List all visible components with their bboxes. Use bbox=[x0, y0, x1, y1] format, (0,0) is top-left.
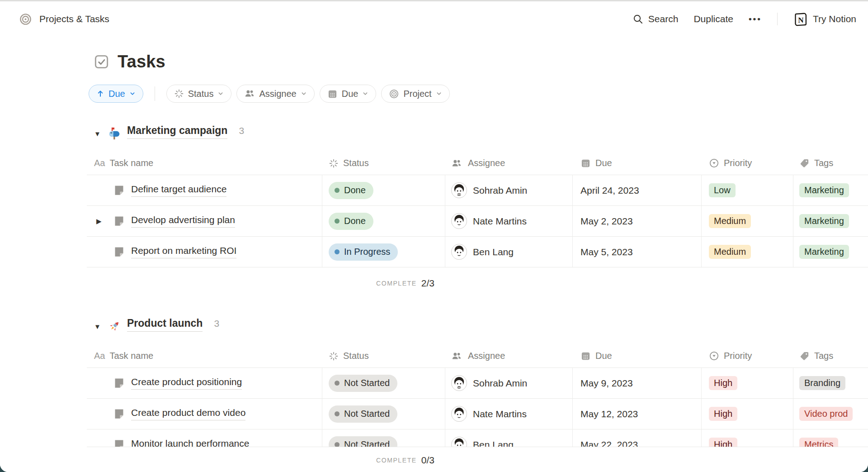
chevron-down-icon bbox=[301, 91, 307, 97]
text-property-icon: Aa bbox=[94, 351, 105, 361]
priority-tag[interactable]: Medium bbox=[709, 245, 751, 259]
column-header-assignee[interactable]: Assignee bbox=[445, 344, 573, 367]
assignee-name[interactable]: Sohrab Amin bbox=[473, 378, 527, 389]
table-row[interactable]: Create product positioning Not Started S… bbox=[87, 368, 868, 399]
duplicate-button[interactable]: Duplicate bbox=[693, 14, 733, 24]
collapse-toggle-icon[interactable]: ▼ bbox=[94, 130, 108, 138]
tag-pill[interactable]: Marketing bbox=[799, 214, 849, 228]
column-header-due[interactable]: Due bbox=[573, 152, 702, 175]
tag-pill[interactable]: Marketing bbox=[799, 183, 849, 197]
tag-pill[interactable]: Marketing bbox=[799, 245, 849, 259]
chevron-down-icon bbox=[362, 91, 368, 97]
assignee-name[interactable]: Nate Martins bbox=[473, 409, 527, 420]
table-row[interactable]: Define target audience Done Sohrab Amin … bbox=[87, 175, 868, 206]
search-icon bbox=[632, 14, 643, 24]
collapse-toggle-icon[interactable]: ▼ bbox=[94, 323, 108, 330]
filter-assignee-label: Assignee bbox=[259, 89, 296, 99]
page-icon bbox=[113, 377, 125, 389]
column-header-status[interactable]: Status bbox=[322, 344, 445, 367]
page-content: Tasks Due bbox=[0, 50, 868, 460]
due-date[interactable]: May 9, 2023 bbox=[580, 378, 633, 389]
sort-due-button[interactable]: Due bbox=[89, 85, 143, 103]
status-dot bbox=[335, 219, 340, 224]
table-row[interactable]: ▶ Develop advertising plan Done bbox=[87, 206, 868, 237]
notion-logo-icon: N bbox=[793, 12, 808, 27]
complete-aggregate[interactable]: COMPLETE 2/3 bbox=[322, 267, 445, 299]
table-row[interactable]: Create product demo video Not Started Na… bbox=[87, 399, 868, 429]
tag-pill[interactable]: Branding bbox=[799, 376, 845, 390]
page-title: Tasks bbox=[118, 52, 165, 72]
avatar bbox=[451, 406, 467, 422]
duplicate-label: Duplicate bbox=[693, 14, 733, 24]
due-date[interactable]: May 5, 2023 bbox=[580, 247, 633, 257]
breadcrumb[interactable]: Projects & Tasks bbox=[19, 13, 109, 26]
priority-tag[interactable]: High bbox=[709, 376, 737, 390]
status-dot bbox=[335, 381, 340, 386]
expand-toggle-icon[interactable]: ▶ bbox=[93, 217, 113, 225]
rocket-emoji bbox=[108, 319, 121, 333]
priority-tag[interactable]: Medium bbox=[709, 214, 751, 228]
due-date[interactable]: May 12, 2023 bbox=[580, 409, 638, 420]
group-title-link[interactable]: Product launch bbox=[127, 317, 203, 332]
priority-select-icon bbox=[709, 351, 719, 361]
aggregate-value: 2/3 bbox=[421, 278, 434, 289]
filter-project-button[interactable]: Project bbox=[381, 85, 449, 103]
aggregate-label: COMPLETE bbox=[376, 280, 417, 287]
task-name-link[interactable]: Define target audience bbox=[131, 184, 226, 197]
page-header: Tasks bbox=[87, 50, 868, 73]
checkbox-page-icon[interactable] bbox=[94, 54, 109, 70]
column-header-task-name[interactable]: Aa Task name bbox=[87, 344, 322, 367]
assignee-name[interactable]: Sohrab Amin bbox=[473, 185, 527, 196]
status-badge[interactable]: Done bbox=[329, 213, 373, 230]
calendar-icon bbox=[327, 89, 338, 99]
column-header-task-name[interactable]: Aa Task name bbox=[87, 152, 322, 175]
avatar bbox=[451, 213, 467, 229]
table-row[interactable]: Report on marketing ROI In Progress Ben … bbox=[87, 237, 868, 267]
try-notion-button[interactable]: N Try Notion bbox=[793, 12, 856, 27]
status-dot bbox=[335, 411, 340, 416]
chevron-down-icon bbox=[217, 91, 224, 97]
status-badge[interactable]: In Progress bbox=[329, 243, 398, 261]
assignee-name[interactable]: Nate Martins bbox=[473, 216, 527, 227]
column-header-priority[interactable]: Priority bbox=[702, 344, 793, 367]
task-name-link[interactable]: Create product demo video bbox=[131, 407, 245, 420]
tag-pill[interactable]: Video prod bbox=[799, 407, 853, 421]
due-date[interactable]: April 24, 2023 bbox=[580, 185, 639, 196]
target-icon bbox=[389, 89, 399, 99]
table-marketing-campaign: Aa Task name Status Assignee Due P bbox=[87, 152, 868, 299]
priority-select-icon bbox=[709, 158, 719, 168]
column-header-status[interactable]: Status bbox=[322, 152, 445, 175]
view-toolbar: Due Status bbox=[87, 85, 868, 103]
complete-aggregate[interactable]: COMPLETE 0/3 bbox=[322, 447, 445, 472]
column-header-priority[interactable]: Priority bbox=[702, 152, 793, 175]
column-header-tags[interactable]: Tags bbox=[793, 152, 868, 175]
filter-status-button[interactable]: Status bbox=[166, 85, 232, 103]
status-dot bbox=[335, 188, 340, 193]
task-name-link[interactable]: Create product positioning bbox=[131, 377, 242, 390]
status-badge[interactable]: Not Started bbox=[329, 375, 397, 392]
notion-page: Projects & Tasks Search Duplicate ••• bbox=[0, 0, 868, 472]
filter-due-button[interactable]: Due bbox=[320, 85, 377, 103]
svg-text:N: N bbox=[798, 15, 804, 24]
group-title-link[interactable]: Marketing campaign bbox=[127, 124, 227, 139]
filter-assignee-button[interactable]: Assignee bbox=[236, 85, 314, 103]
people-icon bbox=[244, 88, 255, 99]
tag-icon bbox=[799, 351, 810, 361]
aggregate-value: 0/3 bbox=[421, 455, 434, 466]
status-badge[interactable]: Not Started bbox=[329, 405, 397, 423]
column-header-assignee[interactable]: Assignee bbox=[445, 152, 573, 175]
column-header-tags[interactable]: Tags bbox=[793, 344, 868, 367]
table-product-launch: Aa Task name Status Assignee Due P bbox=[87, 344, 868, 460]
assignee-name[interactable]: Ben Lang bbox=[473, 247, 514, 257]
more-options-button[interactable]: ••• bbox=[749, 14, 762, 24]
task-name-link[interactable]: Develop advertising plan bbox=[131, 215, 235, 228]
search-button[interactable]: Search bbox=[632, 14, 679, 24]
priority-tag[interactable]: High bbox=[709, 407, 737, 421]
due-date[interactable]: May 2, 2023 bbox=[580, 216, 633, 227]
status-badge[interactable]: Done bbox=[329, 182, 373, 199]
task-name-link[interactable]: Report on marketing ROI bbox=[131, 245, 236, 258]
priority-tag[interactable]: Low bbox=[709, 183, 736, 197]
group-footer: COMPLETE 2/3 bbox=[87, 267, 868, 299]
status-dot bbox=[335, 249, 340, 254]
column-header-due[interactable]: Due bbox=[573, 344, 702, 367]
